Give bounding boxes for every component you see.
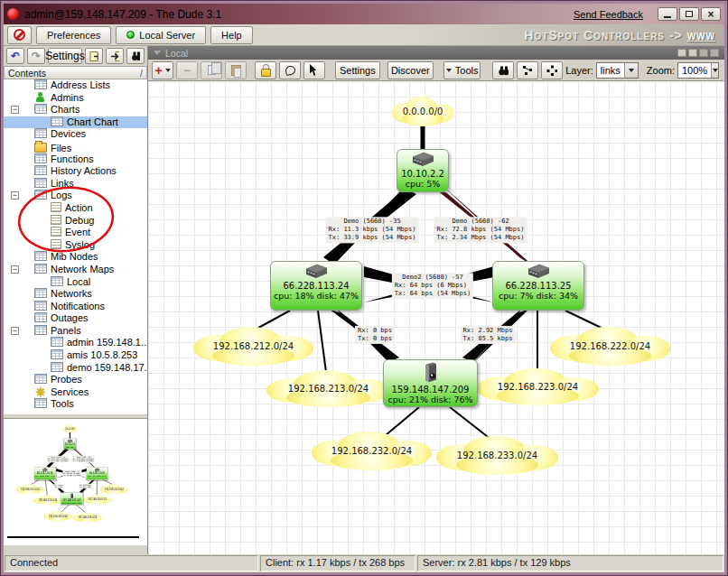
tree-item-outages[interactable]: Outages xyxy=(4,312,147,325)
preferences-button[interactable]: Preferences xyxy=(36,26,111,44)
tree-item-history-actions[interactable]: History Actions xyxy=(4,165,147,178)
tree-item-syslog[interactable]: Syslog xyxy=(4,239,147,252)
tree-expander-icon[interactable]: − xyxy=(11,265,19,274)
tree-item-panels[interactable]: −Panels xyxy=(4,325,147,338)
minimize-button[interactable] xyxy=(658,7,677,21)
maximize-button[interactable] xyxy=(679,7,699,21)
brand-banner: HotSpot Controllers -> www xyxy=(524,28,721,42)
link-label[interactable]: Rx: 0 bpsTx: 0 bps xyxy=(355,326,395,344)
network-cloud-192-168-223-0-24[interactable]: 192.168.223.0/24 xyxy=(477,368,599,405)
padlock-icon xyxy=(261,69,271,77)
layer-select[interactable]: links xyxy=(596,62,639,79)
lock-button[interactable] xyxy=(255,61,276,79)
layer-label: Layer: xyxy=(565,65,593,76)
tree-item-address-lists[interactable]: Address Lists xyxy=(4,79,147,92)
help-button[interactable]: Help xyxy=(210,26,253,44)
tree-item-action[interactable]: Action xyxy=(4,202,147,215)
layout-spread-button[interactable] xyxy=(517,61,538,79)
note-icon xyxy=(51,202,61,212)
pointer-tool-button[interactable] xyxy=(303,61,325,79)
link-label[interactable]: Demo (5660) -62Rx: 72.8 kbps (54 Mbps)Tx… xyxy=(434,217,527,243)
brand-www-link[interactable]: www xyxy=(687,28,715,42)
cursor-arrow-icon xyxy=(310,64,319,76)
link-line[interactable] xyxy=(450,407,491,440)
lasso-select-button[interactable] xyxy=(279,61,301,79)
tree-item-local[interactable]: Local xyxy=(4,276,147,289)
import-button[interactable] xyxy=(106,48,124,64)
pane-layout-icons[interactable] xyxy=(677,49,719,57)
network-cloud-192-168-233-0-24[interactable]: 192.168.233.0/24 xyxy=(436,436,558,475)
remove-element-button[interactable]: − xyxy=(176,61,198,79)
tree-item-logs[interactable]: −Logs xyxy=(4,190,147,202)
layout-circle-button[interactable] xyxy=(541,61,563,79)
tree-item-charts[interactable]: −Charts xyxy=(4,104,147,116)
tree-item-probes[interactable]: Probes xyxy=(4,374,147,386)
link-line xyxy=(45,480,47,497)
send-feedback-link[interactable]: Send Feedback xyxy=(574,9,643,20)
tools-dropdown-button[interactable]: Tools xyxy=(443,61,481,79)
network-cloud-192-168-222-0-24[interactable]: 192.168.222.0/24 xyxy=(550,327,670,366)
tree-item-services[interactable]: ✳Services xyxy=(4,386,147,399)
lasso-icon xyxy=(285,64,296,75)
tree-column-header[interactable]: Contents / xyxy=(4,66,147,79)
map-node-66-228-113-25[interactable]: 66.228.113.25cpu: 7% disk: 34% xyxy=(492,261,584,311)
link-label[interactable]: Demo2 (5680) -57Rx: 64 bps (6 Mbps)Tx: 6… xyxy=(392,273,473,299)
map-node-10-10-2-2[interactable]: 10.10.2.2cpu: 5% xyxy=(397,149,449,192)
network-cloud-0-0-0-0-0[interactable]: 0.0.0.0/0 xyxy=(392,97,453,126)
map-node-66-228-113-24[interactable]: 66.228.113.24cpu: 18% disk: 47% xyxy=(270,261,362,311)
sidebar-settings-button[interactable]: Settings xyxy=(48,48,82,64)
overview-minimap[interactable]: 10.10.2.2cpu: 5%66.228.113.24cpu: 18% di… xyxy=(4,419,147,545)
tree-item-devices[interactable]: Devices xyxy=(4,128,147,141)
tree-item-mib-nodes[interactable]: Mib Nodes xyxy=(4,251,147,264)
network-cloud-192-168-232-0-24[interactable]: 192.168.232.0/24 xyxy=(312,432,432,470)
zoom-select[interactable]: 100% xyxy=(677,62,719,79)
map-node-159-148-147-209[interactable]: 159.148.147.209cpu: 21% disk: 76% xyxy=(383,359,478,407)
link-line[interactable] xyxy=(318,311,326,372)
tree-item-admin-159-148-1-[interactable]: admin 159.148.1... xyxy=(4,337,147,349)
combo-arrow-icon[interactable] xyxy=(711,63,718,78)
tree-expander-icon[interactable]: − xyxy=(11,106,19,114)
tree-item-tools[interactable]: Tools xyxy=(4,398,147,411)
tree-item-admins[interactable]: Admins xyxy=(4,92,147,105)
table-icon xyxy=(34,153,47,163)
tree-item-network-maps[interactable]: −Network Maps xyxy=(4,264,147,276)
link-label[interactable]: Demo (5660) -35Rx: 11.3 kbps (54 Mbps)Tx… xyxy=(326,217,419,243)
redo-button[interactable]: ↷ xyxy=(27,48,45,64)
local-server-button[interactable]: Local Server xyxy=(116,26,206,44)
tree-item-chart-chart[interactable]: Chart Chart xyxy=(4,116,147,129)
tree-item-functions[interactable]: Functions xyxy=(4,153,147,166)
minus-icon: − xyxy=(183,63,191,78)
add-element-button[interactable]: + xyxy=(152,61,173,79)
discover-button[interactable]: Discover xyxy=(387,61,434,79)
tree-item-demo-159-148-17-[interactable]: demo 159.148.17... xyxy=(4,362,147,375)
router-device-icon xyxy=(408,152,437,167)
tree-item-networks[interactable]: Networks xyxy=(4,288,147,301)
tree-item-amis-10-5-8-253[interactable]: amis 10.5.8.253 xyxy=(4,349,147,362)
disconnect-button[interactable] xyxy=(7,26,32,44)
tree-expander-icon[interactable]: − xyxy=(11,191,19,200)
tree-item-notifications[interactable]: Notifications xyxy=(4,301,147,313)
network-map-canvas[interactable]: 10.10.2.2cpu: 5%66.228.113.24cpu: 18% di… xyxy=(5,421,141,543)
network-cloud-192-168-212-0-24[interactable]: 192.168.212.0/24 xyxy=(193,327,313,366)
note-icon xyxy=(51,239,61,249)
link-label[interactable]: Rx: 2.92 MbpsTx: 85.5 kbps xyxy=(461,326,516,344)
find-button[interactable] xyxy=(126,48,145,64)
find-on-map-button[interactable] xyxy=(492,61,514,79)
copy-button[interactable] xyxy=(201,61,222,79)
export-button[interactable] xyxy=(85,48,103,64)
router-device-icon xyxy=(67,439,74,442)
map-settings-button[interactable]: Settings xyxy=(335,61,380,79)
tree-item-links[interactable]: Links xyxy=(4,178,147,190)
network-map-canvas[interactable]: 10.10.2.2cpu: 5%66.228.113.24cpu: 18% di… xyxy=(148,81,724,554)
tree-item-debug[interactable]: Debug xyxy=(4,215,147,228)
map-tab-bar[interactable]: Local xyxy=(148,46,724,60)
undo-button[interactable]: ↶ xyxy=(6,48,24,64)
tree-item-event[interactable]: Event xyxy=(4,227,147,239)
paste-button[interactable] xyxy=(225,61,247,79)
table-icon xyxy=(34,190,47,200)
close-button[interactable]: × xyxy=(701,7,721,21)
tree-expander-icon[interactable]: − xyxy=(11,327,19,335)
network-cloud-192-168-213-0-24[interactable]: 192.168.213.0/24 xyxy=(266,370,390,407)
tree-item-files[interactable]: Files xyxy=(4,141,147,153)
combo-arrow-icon[interactable] xyxy=(624,63,638,78)
